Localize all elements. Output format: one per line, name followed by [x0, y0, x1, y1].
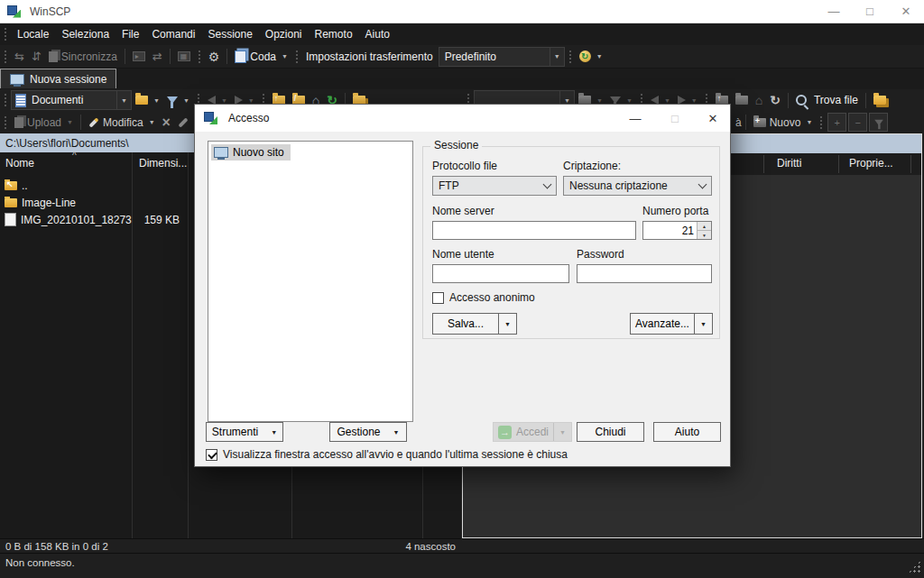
transfer-button[interactable]: ⇄ [149, 47, 166, 67]
host-input[interactable] [432, 221, 636, 240]
menu-file[interactable]: File [116, 28, 145, 41]
edit-dropdown-icon[interactable]: ▼ [149, 119, 155, 125]
remote-root-directory-button[interactable] [732, 90, 752, 110]
site-list[interactable]: Nuovo sito [208, 141, 413, 422]
menu-locale[interactable]: Locale [11, 28, 55, 41]
synchronize-browsing-button[interactable]: ⇆ [11, 47, 28, 67]
open-directory-dropdown-icon[interactable]: ▼ [153, 97, 160, 104]
remote-refresh-button[interactable]: ↻ [766, 90, 784, 110]
remote-copy-path-button[interactable] [870, 90, 890, 110]
close-icon[interactable]: ✕ [888, 0, 924, 23]
filter-icon [610, 96, 621, 104]
minimize-icon[interactable]: — [816, 0, 852, 23]
save-button[interactable]: Salva... ▼ [432, 313, 517, 335]
transfer-options-dropdown-icon[interactable]: ▼ [596, 53, 603, 60]
menu-opzioni[interactable]: Opzioni [259, 28, 309, 41]
back-dropdown-icon[interactable]: ▼ [221, 97, 227, 104]
back-dropdown-icon[interactable]: ▼ [664, 97, 670, 104]
menu-comandi[interactable]: Comandi [145, 28, 201, 41]
filter-dropdown-icon[interactable]: ▼ [626, 97, 633, 104]
spin-down-icon[interactable]: ▼ [698, 231, 711, 239]
spin-up-icon[interactable]: ▲ [698, 222, 711, 231]
new-button[interactable]: + Nuovo ▼ [750, 113, 817, 133]
toolbar-grip[interactable] [4, 50, 7, 64]
column-header-name[interactable]: Nome ^ [0, 152, 137, 174]
rename-button[interactable] [174, 113, 192, 133]
password-input[interactable] [577, 264, 712, 283]
console-button[interactable]: ▸ [129, 47, 149, 67]
anonymous-checkbox-row[interactable]: Accesso anonimo [432, 291, 535, 304]
login-dropdown-icon[interactable]: ▼ [553, 423, 571, 441]
dialog-close-icon[interactable]: ✕ [696, 105, 730, 132]
advanced-button[interactable]: Avanzate... ▼ [630, 313, 713, 335]
background-transfers-button[interactable]: ▦ [174, 47, 194, 67]
select-filter-button[interactable] [869, 113, 888, 132]
column-divider[interactable] [910, 155, 911, 173]
queue-dropdown-icon[interactable]: ▼ [282, 53, 288, 60]
menu-aiuto[interactable]: Aiuto [359, 28, 396, 41]
menu-remoto[interactable]: Remoto [309, 28, 359, 41]
dialog-maximize-icon[interactable]: □ [658, 105, 692, 132]
transfer-settings-label: Impostazioni trasferimento [306, 50, 433, 63]
column-header-rights[interactable]: Diritti [777, 157, 801, 170]
edit-button[interactable]: Modifica ▼ [85, 113, 159, 133]
user-input[interactable] [432, 264, 569, 283]
queue-icon [235, 50, 246, 63]
properties-button-partial[interactable]: à [735, 116, 742, 129]
dialog-minimize-icon[interactable]: — [618, 105, 652, 132]
help-button[interactable]: Aiuto [653, 422, 721, 442]
column-divider[interactable] [838, 155, 839, 173]
new-dropdown-icon[interactable]: ▼ [806, 119, 812, 125]
synchronize-button[interactable]: Sincronizza [45, 47, 121, 67]
forward-dropdown-icon[interactable]: ▼ [691, 97, 698, 104]
swap-panels-button[interactable]: ⇵ [28, 47, 45, 67]
login-button[interactable]: → Accedi ▼ [493, 422, 572, 442]
resize-grip[interactable] [908, 560, 921, 573]
advanced-dropdown-icon[interactable]: ▼ [694, 314, 712, 334]
preferences-button[interactable]: ⚙ [205, 47, 224, 67]
upload-button[interactable]: Upload ▼ [11, 113, 77, 133]
show-login-checkbox[interactable] [206, 449, 217, 461]
queue-button[interactable]: Coda ▼ [231, 47, 291, 67]
filter-button[interactable]: ▼ [163, 90, 193, 110]
upload-dropdown-icon[interactable]: ▼ [67, 119, 73, 125]
toolbar-grip[interactable] [4, 93, 7, 107]
column-header-owner[interactable]: Proprie... [849, 157, 893, 170]
show-login-checkbox-row[interactable]: Visualizza finestra accesso all'avvio e … [206, 448, 568, 461]
toolbar-grip[interactable] [4, 115, 7, 130]
chevron-down-icon[interactable]: ▼ [550, 48, 564, 66]
manage-button[interactable]: Gestione ▼ [329, 422, 407, 442]
transfer-options-button[interactable]: ↻ ▼ [576, 47, 606, 67]
open-directory-button[interactable]: ▼ [132, 90, 163, 110]
menu-seleziona[interactable]: Seleziona [55, 28, 116, 41]
close-button[interactable]: Chiudi [577, 422, 644, 442]
chevron-down-icon[interactable]: ▼ [116, 91, 131, 109]
transfer-settings-combo[interactable]: Predefinito ▼ [439, 47, 565, 67]
tab-new-session[interactable]: Nuova sessione [0, 69, 116, 88]
site-item-new-site[interactable]: Nuovo sito [211, 144, 291, 161]
tools-button[interactable]: Strumenti ▼ [206, 422, 283, 442]
forward-dropdown-icon[interactable]: ▼ [248, 97, 254, 104]
delete-button[interactable]: × [159, 113, 174, 133]
column-header-size[interactable]: Dimensi... [132, 152, 195, 174]
toolbar-grip[interactable] [819, 115, 823, 130]
select-remove-button[interactable]: − [848, 113, 867, 132]
column-divider[interactable] [763, 155, 764, 173]
menu-sessione[interactable]: Sessione [201, 28, 258, 41]
maximize-icon[interactable]: □ [852, 0, 888, 23]
open-directory-dropdown-icon[interactable]: ▼ [596, 97, 603, 104]
remote-home-directory-button[interactable]: ⌂ [752, 90, 766, 110]
select-add-button[interactable]: + [827, 113, 846, 132]
find-file-button[interactable]: Trova file [792, 90, 862, 110]
encryption-combo[interactable]: Nessuna criptazione [563, 176, 712, 196]
anonymous-checkbox[interactable] [432, 292, 444, 304]
protocol-combo[interactable]: FTP [432, 176, 557, 196]
menubar-grip[interactable] [4, 27, 7, 41]
toolbar-grip[interactable] [295, 50, 299, 64]
toolbar-grip[interactable] [568, 50, 572, 64]
toolbar-grip[interactable] [198, 50, 201, 64]
filter-dropdown-icon[interactable]: ▼ [183, 97, 189, 104]
save-dropdown-icon[interactable]: ▼ [498, 314, 516, 334]
local-drive-combo[interactable]: Documenti ▼ [11, 90, 132, 110]
port-stepper[interactable]: 21 ▲ ▼ [642, 221, 712, 240]
